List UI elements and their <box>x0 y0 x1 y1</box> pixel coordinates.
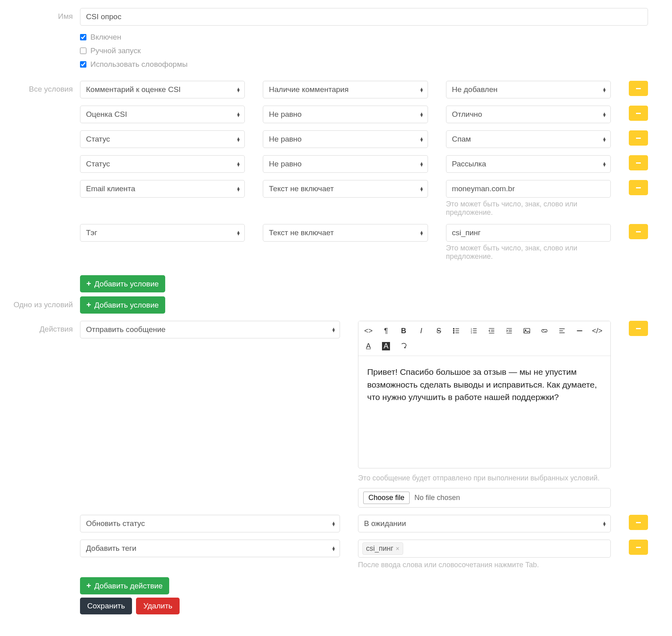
chevron-updown-icon <box>237 137 240 142</box>
link-icon[interactable] <box>536 324 553 338</box>
condition-value: Отлично <box>452 110 482 118</box>
remove-action-button[interactable] <box>629 515 648 530</box>
condition-op-select[interactable]: Не равно <box>263 106 428 123</box>
all-conditions-label: Все условия <box>12 81 80 94</box>
wordforms-checkbox[interactable] <box>80 61 86 68</box>
condition-op-value: Наличие комментария <box>269 85 348 94</box>
svg-rect-20 <box>524 328 530 333</box>
remove-condition-button[interactable] <box>629 155 648 170</box>
add-action-button[interactable]: + Добавить действие <box>80 577 169 594</box>
align-icon[interactable] <box>554 324 570 338</box>
condition-field-select[interactable]: Статус <box>80 155 245 173</box>
condition-op-select[interactable]: Наличие комментария <box>263 81 428 98</box>
remove-condition-button[interactable] <box>629 224 648 239</box>
choose-file-button[interactable]: Choose file <box>363 492 410 504</box>
condition-value-select[interactable]: Рассылка <box>446 155 611 173</box>
action-type-select-status[interactable]: Обновить статус <box>80 515 340 532</box>
add-one-condition-button[interactable]: + Добавить условие <box>80 296 165 314</box>
code-inline-icon[interactable]: <> <box>360 324 377 338</box>
action-type-select-send[interactable]: Отправить сообщение <box>80 321 340 338</box>
enabled-checkbox-line[interactable]: Включен <box>80 33 648 42</box>
condition-field-select[interactable]: Оценка CSI <box>80 106 245 123</box>
condition-help: Это может быть число, знак, слово или пр… <box>446 244 611 261</box>
condition-op-select[interactable]: Не равно <box>263 130 428 148</box>
number-list-icon[interactable]: 123 <box>466 324 482 338</box>
remove-condition-button[interactable] <box>629 180 648 195</box>
minus-icon <box>636 162 641 164</box>
condition-row: Email клиентаТекст не включаетЭто может … <box>80 180 648 217</box>
add-condition-button[interactable]: + Добавить условие <box>80 275 165 292</box>
chevron-updown-icon <box>332 546 335 551</box>
chevron-updown-icon <box>420 112 423 117</box>
chevron-updown-icon <box>603 112 606 117</box>
code-block-icon[interactable]: </> <box>589 324 606 338</box>
condition-row: Оценка CSIНе равноОтлично <box>80 106 648 123</box>
italic-icon[interactable]: I <box>413 324 430 338</box>
indent-icon[interactable] <box>501 324 518 338</box>
action-type-value: Добавить теги <box>86 544 136 552</box>
file-input[interactable]: Choose file No file chosen <box>358 488 611 508</box>
chevron-updown-icon <box>420 230 423 235</box>
text-color-icon[interactable]: A <box>360 339 377 353</box>
condition-value-select[interactable]: Отлично <box>446 106 611 123</box>
one-of-conditions-label: Одно из условий <box>12 296 80 309</box>
rich-text-editor: <> ¶ B I S 123 </> A <box>358 321 611 468</box>
condition-op-value: Текст не включает <box>269 184 334 193</box>
tag-remove-icon[interactable]: × <box>396 545 399 552</box>
delete-button[interactable]: Удалить <box>136 598 180 614</box>
chevron-updown-icon <box>237 186 240 191</box>
manual-checkbox[interactable] <box>80 48 86 54</box>
remove-action-button[interactable] <box>629 321 648 336</box>
bg-color-icon[interactable]: A <box>378 339 394 353</box>
image-icon[interactable] <box>518 324 535 338</box>
status-value: В ожидании <box>364 519 406 528</box>
outdent-icon[interactable] <box>483 324 500 338</box>
condition-field-select[interactable]: Комментарий к оценке CSI <box>80 81 245 98</box>
minus-icon <box>636 231 641 232</box>
save-button[interactable]: Сохранить <box>80 598 132 614</box>
chevron-updown-icon <box>420 87 423 92</box>
action-type-select-tags[interactable]: Добавить теги <box>80 540 340 557</box>
chevron-updown-icon <box>603 521 606 526</box>
condition-value-input[interactable] <box>446 180 611 198</box>
chevron-updown-icon <box>237 87 240 92</box>
clear-format-icon[interactable] <box>395 339 412 353</box>
condition-op-select[interactable]: Текст не включает <box>263 224 428 242</box>
condition-field-select[interactable]: Email клиента <box>80 180 245 198</box>
remove-condition-button[interactable] <box>629 130 648 146</box>
chevron-updown-icon <box>603 162 606 166</box>
wordforms-checkbox-line[interactable]: Использовать словоформы <box>80 60 648 69</box>
condition-value-select[interactable]: Не добавлен <box>446 81 611 98</box>
condition-value-input[interactable] <box>446 224 611 242</box>
status-value-select[interactable]: В ожидании <box>358 515 611 532</box>
editor-content[interactable]: Привет! Спасибо большое за отзыв — мы не… <box>358 356 610 468</box>
chevron-updown-icon <box>332 521 335 526</box>
condition-op-value: Не равно <box>269 135 302 143</box>
condition-value-select[interactable]: Спам <box>446 130 611 148</box>
remove-condition-button[interactable] <box>629 81 648 96</box>
manual-checkbox-line[interactable]: Ручной запуск <box>80 46 648 55</box>
paragraph-icon[interactable]: ¶ <box>378 324 394 338</box>
chevron-updown-icon <box>603 137 606 142</box>
remove-condition-button[interactable] <box>629 106 648 121</box>
send-message-help: Это сообщение будет отправлено при выпол… <box>358 474 611 482</box>
condition-row: ТэгТекст не включаетЭто может быть число… <box>80 224 648 261</box>
bullet-list-icon[interactable] <box>448 324 465 338</box>
name-label: Имя <box>12 8 80 21</box>
name-input[interactable] <box>80 8 648 26</box>
condition-value: Не добавлен <box>452 85 498 94</box>
hr-icon[interactable] <box>571 324 588 338</box>
condition-op-select[interactable]: Текст не включает <box>263 180 428 198</box>
condition-field-select[interactable]: Статус <box>80 130 245 148</box>
strike-icon[interactable]: S <box>430 324 447 338</box>
condition-field-select[interactable]: Тэг <box>80 224 245 242</box>
tag-text: csi_пинг <box>366 544 393 553</box>
svg-point-4 <box>453 332 454 334</box>
condition-row: СтатусНе равноСпам <box>80 130 648 148</box>
svg-point-0 <box>453 328 454 330</box>
tags-input[interactable]: csi_пинг × <box>358 540 611 558</box>
enabled-checkbox[interactable] <box>80 34 86 40</box>
condition-op-select[interactable]: Не равно <box>263 155 428 173</box>
bold-icon[interactable]: B <box>395 324 412 338</box>
remove-action-button[interactable] <box>629 540 648 555</box>
